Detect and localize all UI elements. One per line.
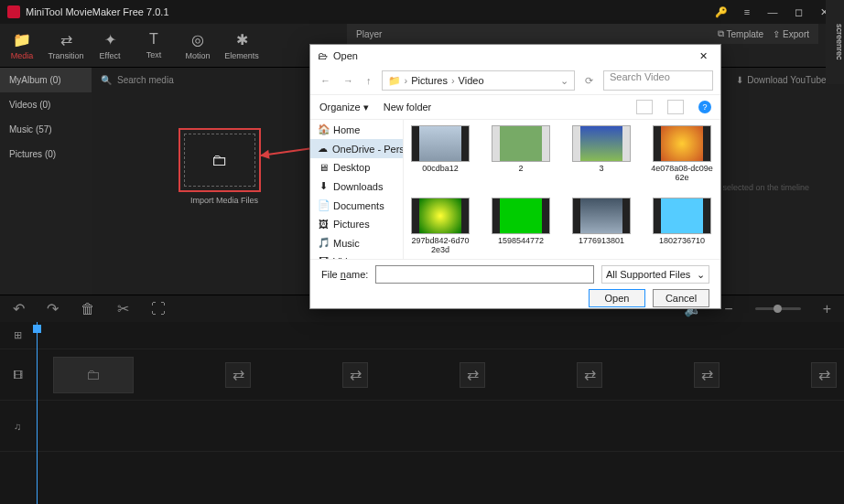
zoom-in-button[interactable]: + xyxy=(823,301,831,317)
open-dialog: 🗁 Open ✕ ← → ↑ 📁› Pictures› Video ⌄ ⟳ Se… xyxy=(309,44,721,309)
template-button[interactable]: ⧉ Template xyxy=(718,28,764,39)
open-button[interactable]: Open xyxy=(589,289,645,307)
nav-back-button[interactable]: ← xyxy=(318,75,333,86)
crop-button[interactable]: ⛶ xyxy=(151,301,166,317)
empty-clip[interactable]: 🗀 xyxy=(53,357,134,393)
app-logo xyxy=(7,5,20,18)
cancel-button[interactable]: Cancel xyxy=(653,289,709,307)
transition-slot[interactable]: ⇄ xyxy=(460,362,485,388)
audio-track-icon: ♫ xyxy=(0,421,35,432)
folder-tree-item[interactable]: 📄Documents xyxy=(310,196,403,215)
transition-slot[interactable]: ⇄ xyxy=(225,362,251,388)
folder-tree-item[interactable]: 🎵Music xyxy=(310,233,403,252)
download-youtube[interactable]: ⬇ Download YouTube V xyxy=(736,75,835,85)
folder-tree-item[interactable]: 🏠Home xyxy=(310,120,403,139)
filename-input[interactable] xyxy=(375,265,594,284)
import-media-box[interactable]: 🗀 xyxy=(179,128,261,192)
key-icon[interactable]: 🔑 xyxy=(709,6,734,18)
folder-tree-item[interactable]: 🎞Videos xyxy=(310,252,403,259)
search-icon: 🔍 xyxy=(101,75,112,85)
file-item[interactable]: 1598544772 xyxy=(490,198,552,255)
path-bar[interactable]: 📁› Pictures› Video ⌄ xyxy=(382,70,576,91)
file-item[interactable]: 297bd842-6d702e3d xyxy=(409,198,471,255)
search-media[interactable]: Search media xyxy=(117,75,174,85)
dialog-search-input[interactable]: Search Video xyxy=(603,70,713,91)
toolbar-text[interactable]: TText xyxy=(132,24,176,67)
filetype-select[interactable]: All Supported Files⌄ xyxy=(601,265,709,284)
sidebar-item[interactable]: Music (57) xyxy=(0,117,92,142)
video-track-icon: 🎞 xyxy=(0,370,35,381)
file-item[interactable]: 2 xyxy=(490,125,552,183)
import-label: Import Media Files xyxy=(179,196,270,205)
toolbar-media[interactable]: 📁Media xyxy=(0,24,44,67)
transition-slot[interactable]: ⇄ xyxy=(811,362,837,388)
dialog-icon: 🗁 xyxy=(318,50,328,61)
folder-tree-item[interactable]: ⬇Downloads xyxy=(310,177,403,196)
sidebar-item[interactable]: Videos (0) xyxy=(0,92,92,117)
nav-up-button[interactable]: ↑ xyxy=(363,75,374,86)
dialog-title: Open xyxy=(333,50,358,61)
organize-button[interactable]: Organize ▾ xyxy=(319,102,369,113)
folder-tree-item[interactable]: 🖥Desktop xyxy=(310,158,403,177)
folder-tree-item[interactable]: ☁OneDrive - Pers xyxy=(310,139,403,158)
transition-slot[interactable]: ⇄ xyxy=(577,362,602,388)
track-header-icon[interactable]: ⊞ xyxy=(0,329,35,341)
help-button[interactable]: ? xyxy=(698,101,711,113)
zoom-out-button[interactable]: − xyxy=(724,301,732,317)
file-item[interactable]: 4e078a08-dc09e62e xyxy=(651,125,713,183)
file-item[interactable]: 00cdba12 xyxy=(409,125,471,183)
minimize-button[interactable]: — xyxy=(760,6,785,17)
toolbar-effect[interactable]: ✦Effect xyxy=(88,24,132,67)
sidebar-item[interactable]: MyAlbum (0) xyxy=(0,68,92,92)
zoom-slider[interactable] xyxy=(755,307,801,310)
folder-icon: 📁 xyxy=(388,75,401,87)
toolbar-elements[interactable]: ✱Elements xyxy=(220,24,264,67)
refresh-button[interactable]: ⟳ xyxy=(582,75,596,87)
app-title: MiniTool MovieMaker Free 7.0.1 xyxy=(26,6,169,17)
playhead[interactable] xyxy=(37,322,38,504)
maximize-button[interactable]: ◻ xyxy=(785,6,811,18)
menu-icon[interactable]: ≡ xyxy=(734,6,760,17)
player-label: Player xyxy=(356,29,382,39)
file-item[interactable]: 3 xyxy=(570,125,633,183)
filename-label: File name: xyxy=(321,269,368,280)
preview-pane-button[interactable] xyxy=(667,100,684,114)
delete-button[interactable]: 🗑 xyxy=(81,301,95,317)
view-button[interactable] xyxy=(636,100,653,114)
dialog-close-button[interactable]: ✕ xyxy=(694,50,713,62)
nav-forward-button[interactable]: → xyxy=(341,75,356,86)
undo-button[interactable]: ↶ xyxy=(13,300,25,317)
toolbar-transition[interactable]: ⇄Transition xyxy=(44,24,88,67)
toolbar-motion[interactable]: ◎Motion xyxy=(176,24,220,67)
export-button[interactable]: ⇪ Export xyxy=(773,29,809,39)
transition-slot[interactable]: ⇄ xyxy=(342,362,368,388)
cut-button[interactable]: ✂ xyxy=(117,300,129,317)
redo-button[interactable]: ↷ xyxy=(47,300,59,317)
file-item[interactable]: 1802736710 xyxy=(651,198,713,255)
folder-tree-item[interactable]: 🖼Pictures xyxy=(310,215,403,233)
file-item[interactable]: 1776913801 xyxy=(570,198,633,255)
screenrec-tab[interactable]: screenrec xyxy=(826,0,844,84)
sidebar-item[interactable]: Pictures (0) xyxy=(0,142,92,166)
transition-slot[interactable]: ⇄ xyxy=(694,362,720,388)
new-folder-button[interactable]: New folder xyxy=(384,102,432,113)
